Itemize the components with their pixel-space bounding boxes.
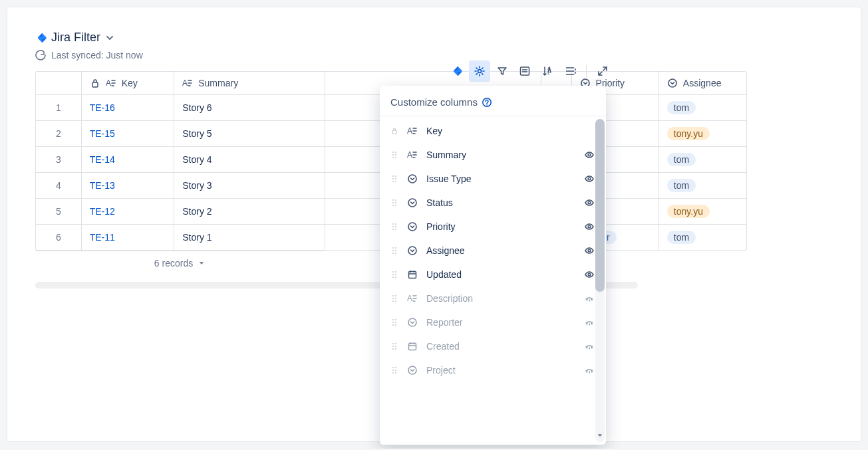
eye-off-icon[interactable] (583, 365, 595, 376)
cell-assignee[interactable]: tom (659, 173, 746, 198)
column-type-icon (406, 341, 418, 352)
lock-icon (390, 126, 398, 136)
sort-button[interactable] (537, 60, 558, 82)
column-config-item[interactable]: Updated (380, 263, 606, 286)
drag-handle-icon[interactable] (390, 293, 398, 304)
row-number: 5 (36, 199, 82, 224)
drag-handle-icon[interactable] (390, 341, 398, 352)
refresh-icon[interactable] (35, 50, 46, 60)
column-type-icon (406, 126, 418, 136)
assignee-badge: tony.yu (667, 127, 710, 140)
key-link[interactable]: TE-12 (90, 206, 115, 217)
drag-handle-icon[interactable] (390, 245, 398, 256)
key-link[interactable]: TE-13 (90, 180, 115, 191)
popover-scroll-down-icon[interactable] (595, 429, 605, 442)
cell-summary[interactable]: Story 4 (174, 147, 325, 172)
drag-handle-icon[interactable] (390, 317, 398, 328)
popover-header: Customize columns (380, 86, 606, 116)
assignee-badge: tom (667, 101, 696, 114)
column-config-label: Assignee (426, 245, 575, 256)
drag-handle-icon[interactable] (390, 173, 398, 184)
column-config-item[interactable]: Status (380, 191, 606, 215)
cell-key[interactable]: TE-13 (82, 173, 175, 198)
row-number: 3 (36, 147, 82, 172)
cell-summary[interactable]: Story 5 (174, 121, 325, 146)
popover-scrollbar-thumb[interactable] (595, 119, 605, 292)
cell-summary[interactable]: Story 2 (174, 199, 325, 224)
cell-summary[interactable]: Story 6 (174, 95, 325, 120)
cell-assignee[interactable]: tony.yu (659, 121, 746, 146)
toolbar (446, 60, 613, 82)
column-type-icon (406, 173, 418, 184)
column-config-label: Project (426, 365, 575, 376)
cell-key[interactable]: TE-14 (82, 147, 175, 172)
card-view-button[interactable] (514, 60, 535, 82)
row-number: 4 (36, 173, 82, 198)
column-config-label: Description (426, 293, 575, 304)
cell-summary[interactable]: Story 1 (174, 225, 325, 250)
eye-off-icon[interactable] (583, 293, 595, 304)
eye-icon[interactable] (583, 269, 595, 280)
column-config-item[interactable]: Project (380, 358, 606, 382)
eye-off-icon[interactable] (583, 317, 595, 328)
column-config-label: Status (426, 197, 575, 208)
expand-button[interactable] (592, 60, 613, 82)
cell-key[interactable]: TE-16 (82, 95, 175, 120)
cell-assignee[interactable]: tom (659, 95, 746, 120)
column-header-rownum (36, 72, 82, 94)
key-link[interactable]: TE-14 (90, 154, 115, 165)
eye-icon[interactable] (583, 173, 595, 184)
jira-sync-button[interactable] (446, 60, 468, 82)
cell-assignee[interactable]: tom (659, 225, 746, 250)
column-config-label: Key (426, 126, 595, 136)
drag-handle-icon[interactable] (390, 150, 398, 160)
key-link[interactable]: TE-11 (90, 232, 115, 243)
row-height-button[interactable] (559, 60, 581, 82)
drag-handle-icon[interactable] (390, 269, 398, 280)
eye-icon[interactable] (583, 221, 595, 232)
column-config-item[interactable]: Summary (380, 143, 606, 167)
customize-columns-popover: Customize columns KeySummaryIssue TypeSt… (380, 86, 606, 445)
column-config-item[interactable]: Reporter (380, 310, 606, 334)
eye-icon[interactable] (583, 197, 595, 208)
help-icon[interactable] (482, 97, 492, 108)
cell-key[interactable]: TE-11 (82, 225, 175, 250)
column-config-item[interactable]: Key (380, 119, 606, 143)
column-config-label: Priority (426, 221, 575, 232)
cell-summary[interactable]: Story 3 (174, 173, 325, 198)
page-title: Jira Filter (51, 31, 100, 45)
settings-button[interactable] (469, 60, 490, 82)
column-config-item[interactable]: Assignee (380, 239, 606, 263)
eye-icon[interactable] (583, 245, 595, 256)
column-config-item[interactable]: Priority (380, 215, 606, 239)
column-type-icon (406, 365, 418, 376)
chevron-down-icon[interactable] (104, 33, 115, 43)
table-footer[interactable]: 6 records (35, 251, 324, 275)
column-header-assignee[interactable]: Assignee (659, 72, 746, 94)
filter-button[interactable] (492, 60, 513, 82)
drag-handle-icon[interactable] (390, 365, 398, 376)
assignee-badge: tony.yu (667, 205, 710, 218)
column-config-item[interactable]: Issue Type (380, 167, 606, 191)
key-link[interactable]: TE-15 (90, 128, 115, 139)
column-config-label: Created (426, 341, 575, 352)
title-row[interactable]: Jira Filter (35, 31, 833, 45)
column-header-label: Key (122, 78, 138, 88)
column-header-summary[interactable]: Summary (174, 72, 325, 94)
cell-key[interactable]: TE-15 (82, 121, 175, 146)
header: Jira Filter Last synced: Just now (35, 31, 833, 60)
eye-icon[interactable] (583, 150, 595, 160)
column-header-key[interactable]: Key (82, 72, 175, 94)
cell-assignee[interactable]: tony.yu (659, 199, 746, 224)
jira-logo-icon (35, 32, 47, 44)
cell-key[interactable]: TE-12 (82, 199, 175, 224)
column-config-item[interactable]: Created (380, 334, 606, 358)
drag-handle-icon[interactable] (390, 221, 398, 232)
sync-label: Last synced: Just now (51, 50, 143, 60)
column-config-item[interactable]: Description (380, 286, 606, 310)
key-link[interactable]: TE-16 (90, 102, 115, 113)
drag-handle-icon[interactable] (390, 197, 398, 208)
eye-off-icon[interactable] (583, 341, 595, 352)
cell-assignee[interactable]: tom (659, 147, 746, 172)
assignee-badge: tom (667, 153, 696, 166)
